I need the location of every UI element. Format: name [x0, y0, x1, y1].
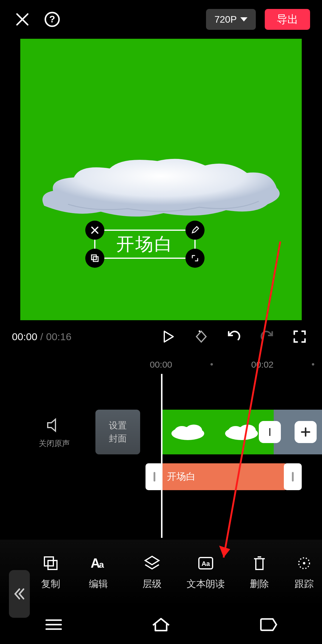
close-icon	[15, 12, 30, 27]
close-icon	[91, 226, 99, 234]
video-preview[interactable]: 开场白	[20, 39, 302, 320]
tool-delete[interactable]: 删除	[233, 554, 286, 591]
edit-text-handle[interactable]	[185, 221, 205, 240]
tool-label: 复制	[41, 578, 60, 591]
time-separator: /	[40, 331, 43, 343]
keyframe-button[interactable]	[191, 329, 212, 344]
tool-label: 删除	[250, 578, 269, 591]
redo-icon	[260, 329, 274, 344]
resolution-label: 720P	[214, 14, 237, 25]
text-clip-handle-left[interactable]	[145, 463, 163, 490]
chevron-down-icon	[240, 17, 247, 21]
export-button[interactable]: 导出	[265, 9, 310, 30]
ruler-dot	[312, 363, 314, 366]
fullscreen-button[interactable]	[289, 330, 310, 343]
home-button[interactable]	[131, 617, 191, 632]
ruler-tick-1: 00:02	[251, 360, 273, 370]
tool-label: 文本朗读	[187, 578, 225, 591]
cover-label-2: 封面	[109, 432, 127, 445]
tool-layer[interactable]: 层级	[125, 554, 179, 591]
cover-label-1: 设置	[109, 419, 127, 432]
total-time: 00:16	[46, 331, 72, 343]
tool-track[interactable]: 跟踪	[286, 554, 322, 591]
copy-icon	[90, 254, 99, 263]
back-icon	[258, 617, 278, 632]
svg-rect-2	[92, 255, 96, 260]
svg-text:a: a	[99, 560, 104, 569]
trash-icon	[252, 555, 267, 572]
copy-icon	[43, 555, 59, 571]
plus-icon	[300, 426, 311, 438]
svg-text:?: ?	[49, 14, 55, 24]
resolution-dropdown[interactable]: 720P	[206, 9, 256, 30]
text-element-selection[interactable]: 开场白	[94, 230, 196, 259]
text-clip-label: 开场白	[167, 470, 196, 483]
timeline-ruler[interactable]: 00:00 00:02	[0, 353, 322, 374]
speaker-icon	[46, 417, 63, 434]
resize-text-handle[interactable]	[185, 249, 205, 268]
svg-point-22	[303, 562, 305, 564]
text-element-content: 开场白	[116, 232, 174, 256]
tool-label: 跟踪	[295, 578, 314, 591]
play-icon	[162, 330, 175, 343]
cloud-overlay	[32, 152, 286, 224]
delete-text-handle[interactable]	[85, 221, 104, 240]
svg-rect-15	[44, 557, 53, 566]
redo-button[interactable]	[256, 329, 277, 344]
undo-button[interactable]	[224, 329, 244, 344]
tool-label: 层级	[143, 578, 162, 591]
menu-icon	[44, 618, 63, 631]
svg-rect-16	[48, 561, 57, 569]
svg-rect-13	[269, 428, 270, 436]
resize-icon	[191, 254, 199, 263]
fullscreen-icon	[293, 330, 306, 343]
bottom-toolbar: 复制 Aa 编辑 层级 Aa 文本朗读 删除 跟踪	[0, 540, 322, 605]
layers-icon	[143, 555, 161, 572]
tool-copy[interactable]: 复制	[30, 554, 72, 591]
svg-rect-3	[93, 257, 98, 261]
back-button[interactable]	[239, 617, 298, 632]
add-clip-button[interactable]	[295, 421, 317, 443]
text-edit-icon: Aa	[89, 555, 107, 571]
mute-original-audio[interactable]: 关闭原声	[39, 416, 70, 449]
tts-icon: Aa	[197, 555, 214, 572]
svg-point-6	[185, 425, 202, 436]
undo-icon	[227, 329, 241, 344]
cloud-icon	[224, 423, 259, 441]
chevron-left-double-icon	[13, 587, 26, 600]
mute-label: 关闭原声	[39, 438, 70, 449]
copy-text-handle[interactable]	[85, 249, 104, 268]
timeline-tracks[interactable]: 关闭原声 设置 封面 开场白	[0, 374, 322, 538]
system-navigation-bar	[0, 605, 322, 644]
play-button[interactable]	[158, 330, 179, 343]
svg-text:A: A	[91, 556, 100, 570]
target-icon	[295, 555, 313, 572]
text-clip-handle-right[interactable]	[284, 463, 302, 490]
text-clip[interactable]: 开场白	[161, 463, 286, 490]
help-icon: ?	[44, 12, 60, 27]
tool-label: 编辑	[89, 578, 108, 591]
transition-button-1[interactable]	[259, 421, 281, 443]
export-label: 导出	[277, 12, 298, 27]
home-icon	[151, 617, 171, 632]
set-cover-button[interactable]: 设置 封面	[95, 410, 140, 454]
recent-apps-button[interactable]	[24, 618, 83, 631]
ruler-tick-0: 00:00	[150, 360, 172, 370]
tool-edit[interactable]: Aa 编辑	[72, 554, 125, 591]
cloud-icon	[170, 423, 206, 441]
help-button[interactable]: ?	[42, 9, 63, 30]
playhead[interactable]	[161, 374, 162, 538]
svg-point-9	[239, 425, 256, 436]
current-time: 00:00	[12, 331, 37, 343]
transition-icon	[265, 427, 275, 437]
tool-text-to-speech[interactable]: Aa 文本朗读	[179, 554, 233, 591]
ruler-dot	[210, 363, 213, 366]
keyframe-icon	[194, 329, 208, 344]
svg-text:Aa: Aa	[202, 560, 210, 567]
edit-icon	[191, 226, 199, 234]
close-button[interactable]	[12, 9, 33, 30]
